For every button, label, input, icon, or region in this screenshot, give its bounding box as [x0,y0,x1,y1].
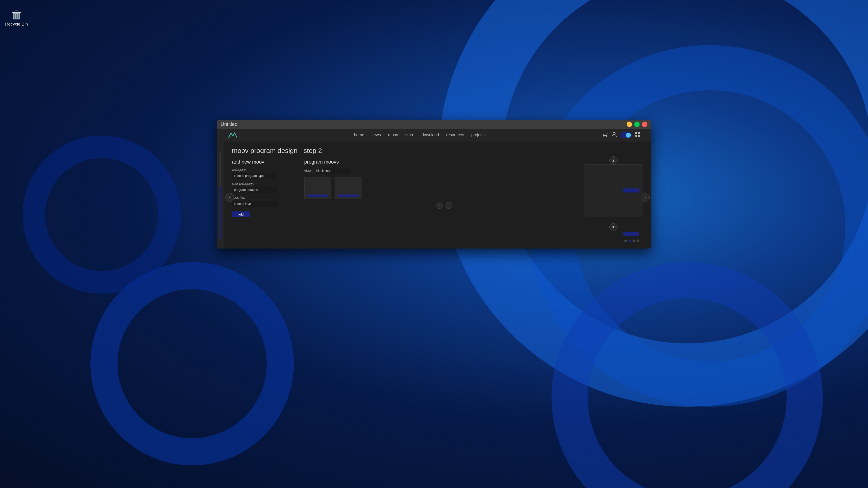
titlebar-title: Untitled [221,121,238,127]
user-icon[interactable] [611,131,617,139]
nav-logo [228,131,238,139]
svg-point-6 [603,136,604,137]
subcategory-select[interactable]: program duration [232,187,277,193]
add-moov-button[interactable]: add [232,212,250,217]
category-group: category: choose program type [232,168,304,179]
prev-section-button[interactable]: ‹ [225,193,234,202]
svg-rect-1 [14,14,15,19]
svg-rect-5 [15,11,18,12]
pagination-dot-2 [628,239,631,242]
moov-card-2[interactable] [335,177,362,199]
specific-label: specific: [232,196,304,200]
pagination-dot-1 [624,239,627,242]
category-select[interactable]: choose program type [232,173,277,179]
bottom-bar [232,238,643,243]
nav-link-download[interactable]: download [422,133,439,137]
minimize-button[interactable] [627,122,632,127]
program-moovs-heading: program moovs [304,159,584,165]
recycle-bin-image [11,9,22,21]
recycle-bin-icon[interactable]: Recycle Bin [0,0,33,36]
overview-nav-up[interactable]: ▲ [610,156,618,164]
add-moov-section: add new moov category: choose program ty… [232,159,304,236]
progress-sidebar [217,141,224,249]
nav-link-resources[interactable]: resources [446,133,464,137]
pagination-dot-3 [632,239,635,242]
moov-card-1[interactable] [304,177,331,199]
specific-select[interactable]: choose level [232,201,277,207]
nav-link-store[interactable]: store [405,133,414,137]
nav-links: home news moov store download resources … [354,133,486,137]
overview-action-button[interactable] [623,188,639,193]
add-moov-heading: add new moov [232,159,304,165]
grid-icon[interactable] [635,132,640,138]
svg-rect-12 [638,135,640,137]
nav-actions [602,131,640,139]
browser-window: Untitled home news moov store download r… [217,120,651,249]
maximize-button[interactable] [634,122,640,127]
overview-inner [584,164,643,217]
nav-link-moov[interactable]: moov [388,133,398,137]
next-section-button[interactable]: › [641,193,650,202]
page-title: moov program design - step 2 [232,147,643,155]
cart-icon[interactable] [602,131,608,139]
overview-nav-down[interactable]: ▼ [610,223,618,231]
moov-cards-prev[interactable]: ‹ [436,202,443,209]
view-select[interactable]: block count list grid [314,168,350,174]
pagination-dots [624,239,639,242]
svg-rect-11 [636,135,637,137]
moov-cards-next[interactable]: › [445,202,452,209]
svg-point-7 [606,136,607,137]
nav-link-projects[interactable]: projects [471,133,486,137]
pagination-dot-4 [637,239,639,242]
subcategory-group: sub-category: program duration [232,182,304,193]
content-columns: ‹ add new moov category: choose program … [232,159,643,236]
relative-wrapper: ‹ add new moov category: choose program … [232,159,643,236]
view-label: view: [304,169,312,173]
view-row: view: block count list grid [304,168,584,174]
nav-bar: home news moov store download resources … [217,129,651,141]
content-body: moov program design - step 2 ‹ add new m… [224,141,651,249]
progress-bar [219,151,221,239]
close-button[interactable] [642,122,647,127]
svg-point-8 [613,132,615,135]
browser-content: home news moov store download resources … [217,129,651,249]
moov-card-2-bar [338,195,359,197]
program-moovs-section: program moovs view: block count list gri… [304,159,584,236]
moov-cards-container [304,177,584,199]
titlebar-controls [627,122,647,127]
toggle-indicator [626,133,631,138]
main-content-area: moov program design - step 2 ‹ add new m… [217,141,651,249]
svg-rect-10 [638,132,640,134]
nav-link-home[interactable]: home [354,133,364,137]
recycle-bin-label: Recycle Bin [5,22,28,27]
titlebar-left: Untitled [221,121,238,127]
moov-cards-nav: ‹ › [304,202,584,209]
moov-card-1-bar [307,195,329,197]
svg-rect-9 [636,132,637,134]
category-label: category: [232,168,304,172]
progress-fill [219,186,221,239]
svg-rect-2 [16,14,17,19]
program-overview-section: ▲ ▼ [584,159,643,236]
browser-titlebar: Untitled [217,120,651,129]
theme-toggle[interactable] [621,132,631,138]
overview-bottom-button[interactable] [623,232,639,236]
specific-group: specific: choose level [232,196,304,207]
subcategory-label: sub-category: [232,182,304,186]
nav-link-news[interactable]: news [371,133,381,137]
svg-rect-3 [18,14,19,19]
